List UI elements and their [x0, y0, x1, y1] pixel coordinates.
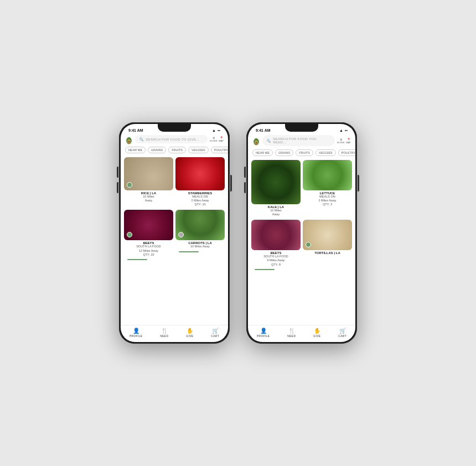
beets2-sub2: 6 Miles Away — [251, 258, 301, 262]
status-icons: ▲ ▪▪ — [212, 128, 220, 132]
nav-need-2[interactable]: 🍴 NEED — [287, 328, 296, 338]
nav-cart[interactable]: 🛒 CART — [211, 328, 219, 338]
time-display: 9:41 AM — [128, 128, 143, 132]
search-filter-icons: ⚙ FILTER 📍 MAP — [210, 136, 224, 142]
filter-icon-group[interactable]: ⚙ FILTER — [210, 136, 217, 142]
filter-fruits[interactable]: FRUITS — [168, 147, 186, 153]
avocado-logo — [125, 136, 133, 143]
nav-profile-2[interactable]: 👤 PROFILE — [257, 328, 270, 338]
search-icon: 🔍 — [139, 137, 143, 141]
lettuce-qty: QTY: 3 — [303, 203, 352, 206]
give-phone: 9:41 AM ▲ ▪▪ 🔍 SEARCH FOR FOOD — [119, 122, 230, 344]
nav-give-2[interactable]: ✋ GIVE — [313, 328, 320, 338]
search-placeholder: SEARCH FOR FOOD TO GIVE... — [146, 138, 199, 141]
search-input[interactable]: 🔍 SEARCH FOR FOOD TO GIVE... — [135, 135, 208, 143]
cart-label-2: CART — [338, 334, 346, 338]
bottom-nav-give: 👤 PROFILE 🍴 NEED ✋ GIVE 🛒 CART — [121, 325, 228, 342]
carrots-dot — [178, 232, 184, 237]
beets2-progress — [255, 269, 275, 270]
power-button — [230, 175, 232, 191]
time-display-2: 9:41 AM — [256, 128, 271, 132]
give-icon-2: ✋ — [314, 328, 320, 334]
profile-icon: 👤 — [133, 328, 139, 334]
rice-dot — [127, 182, 132, 188]
map-icon-group[interactable]: 📍 MAP — [219, 136, 224, 142]
need-icon: 🍴 — [161, 328, 168, 334]
strawberries-sub1: MEALS ON — [175, 195, 225, 199]
give-icon: ✋ — [187, 328, 193, 334]
search-icon-2: 🔍 — [267, 139, 271, 143]
beets2-sub1: SOUTH LA FOOD — [251, 255, 301, 258]
tortillas-dot — [306, 242, 311, 247]
need-label-2: NEED — [287, 334, 296, 338]
wifi-icon: ▲ — [212, 128, 216, 132]
svg-point-5 — [256, 142, 257, 144]
give-label: GIVE — [186, 334, 193, 338]
search-filter-icons-2: ⚙ FILTER 📍 MAP — [337, 138, 351, 144]
filter-grains-2[interactable]: GRAINS — [275, 149, 293, 156]
battery-icon-2: ▪▪ — [345, 128, 348, 132]
bottom-nav-need: 👤 PROFILE 🍴 NEED ✋ GIVE 🛒 CART — [248, 325, 355, 342]
cart-label: CART — [211, 334, 219, 338]
carrots-progress — [179, 251, 199, 252]
nav-profile[interactable]: 👤 PROFILE — [130, 328, 143, 338]
search-input-2[interactable]: 🔍 SEARCH FOR FOOD YOU NEED... — [262, 135, 335, 146]
nav-need[interactable]: 🍴 NEED — [160, 328, 168, 338]
beets2-qty: QTY: 8 — [251, 263, 301, 267]
kale-sub2: Away — [251, 213, 301, 216]
wifi-icon-2: ▲ — [339, 128, 343, 132]
filter-fruits-2[interactable]: FRUITS — [296, 149, 313, 156]
filter-near-me[interactable]: NEAR ME — [125, 147, 146, 153]
power-button-2 — [358, 175, 359, 191]
search-bar-2: 🔍 SEARCH FOR FOOD YOU NEED... ⚙ FILTER 📍… — [248, 133, 355, 148]
beets-sub2: 12 Miles Away — [124, 249, 173, 253]
strawberries-sub2: 2 Miles Away — [175, 199, 225, 203]
need-label: NEED — [160, 334, 168, 338]
food-card-strawberries[interactable]: STAWBERRIES MEALS ON 2 Miles Away QTY: 1… — [175, 157, 225, 208]
rice-sub2: Away — [124, 199, 173, 203]
food-grid-give: RICE | LA 10 Miles Away STAWBERRIES MEAL… — [121, 155, 228, 325]
filter-veggies-2[interactable]: VEGGIES — [315, 149, 336, 156]
food-card-rice[interactable]: RICE | LA 10 Miles Away — [124, 157, 173, 208]
need-phone-screen: 9:41 AM ▲ ▪▪ 🔍 SEARCH FOR FOOD — [248, 124, 355, 342]
food-grid-need: KALE | LA 10 Miles Away LETTUCE MEALS ON… — [248, 158, 355, 325]
filter-poultry[interactable]: POULTRY — [211, 147, 228, 153]
tortillas-name: TORTILLAS | LA — [303, 251, 352, 255]
filter-icon-group-2[interactable]: ⚙ FILTER — [337, 138, 344, 144]
search-placeholder-2: SEARCH FOR FOOD YOU NEED... — [273, 137, 330, 144]
give-phone-screen: 9:41 AM ▲ ▪▪ 🔍 SEARCH FOR FOOD — [121, 124, 228, 342]
filter-veggies[interactable]: VEGGIES — [188, 147, 209, 153]
nav-cart-2[interactable]: 🛒 CART — [338, 328, 346, 338]
volume-down-button — [117, 182, 118, 193]
food-card-kale[interactable]: KALE | LA 10 Miles Away — [251, 160, 301, 218]
give-label-2: GIVE — [313, 334, 320, 338]
filter-grains[interactable]: GRAINS — [148, 147, 166, 153]
food-card-lettuce[interactable]: LETTUCE MEALS ON 2 Miles Away QTY: 3 — [303, 160, 352, 218]
lettuce-sub1: MEALS ON — [303, 195, 352, 199]
profile-label-2: PROFILE — [257, 334, 270, 338]
filter-poultry-2[interactable]: POULTRY — [338, 149, 355, 156]
phone-notch — [158, 124, 191, 132]
beets-dot — [127, 232, 132, 237]
profile-label: PROFILE — [130, 334, 143, 338]
lettuce-sub2: 2 Miles Away — [303, 199, 352, 203]
food-card-beets2[interactable]: BEETS SOUTH LA FOOD 6 Miles Away QTY: 8 — [251, 220, 301, 270]
filter-tags-2: NEAR ME GRAINS FRUITS VEGGIES POULTRY — [248, 148, 355, 158]
kale-sub1: 10 Miles — [251, 209, 301, 213]
profile-icon-2: 👤 — [260, 328, 267, 334]
status-icons-2: ▲ ▪▪ — [339, 128, 348, 132]
food-card-carrots[interactable]: CARROTS | LA 10 Miles Away — [175, 210, 225, 260]
carrots-sub1: 10 Miles Away — [175, 245, 225, 248]
avocado-logo-2 — [252, 137, 260, 144]
svg-point-2 — [128, 141, 130, 142]
food-card-tortillas[interactable]: TORTILLAS | LA — [303, 220, 352, 270]
cart-icon: 🛒 — [212, 328, 219, 334]
nav-give[interactable]: ✋ GIVE — [186, 328, 193, 338]
need-phone: 9:41 AM ▲ ▪▪ 🔍 SEARCH FOR FOOD — [246, 122, 357, 344]
food-card-beets[interactable]: BEETS SOUTH LA FOOD 12 Miles Away QTY: 2… — [124, 210, 173, 260]
phone-notch-2 — [285, 124, 318, 132]
rice-sub1: 10 Miles — [124, 195, 173, 199]
map-icon-group-2[interactable]: 📍 MAP — [346, 138, 351, 144]
filter-near-me-2[interactable]: NEAR ME — [252, 149, 273, 156]
beets-progress — [127, 259, 147, 260]
